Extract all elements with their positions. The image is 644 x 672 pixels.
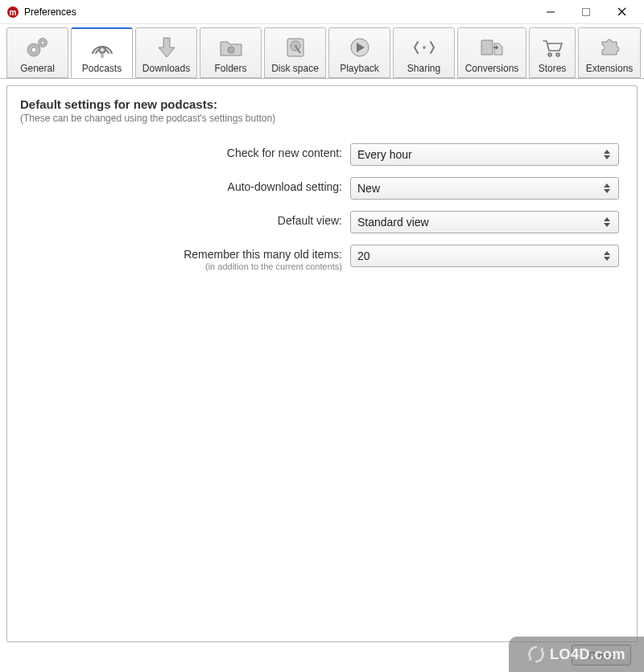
autodownload-value: New [357, 182, 380, 195]
svg-point-9 [41, 41, 44, 44]
autodownload-combo[interactable]: New [350, 177, 619, 200]
minimize-button[interactable] [533, 1, 568, 23]
tab-downloads[interactable]: Downloads [135, 27, 197, 78]
tab-label: Podcasts [82, 63, 122, 74]
remember-items-value: 20 [357, 249, 370, 262]
play-icon [346, 34, 374, 61]
tab-label: Folders [214, 63, 246, 74]
updown-icon [604, 248, 615, 264]
app-icon: m [6, 6, 19, 19]
puzzle-icon [596, 34, 623, 61]
default-view-value: Standard view [357, 216, 429, 229]
tab-stores[interactable]: Stores [529, 27, 576, 78]
hard-drive-icon [282, 34, 309, 61]
remember-items-hint: (in addition to the current contents) [20, 262, 342, 271]
default-view-combo[interactable]: Standard view [350, 211, 619, 233]
svg-point-20 [423, 46, 426, 49]
remember-items-spinner[interactable]: 20 [350, 245, 619, 267]
tab-folders[interactable]: Folders [200, 27, 262, 78]
tab-label: Stores [539, 63, 567, 74]
svg-point-23 [556, 53, 559, 56]
tab-diskspace[interactable]: Disk space [264, 27, 326, 78]
svg-point-14 [229, 48, 232, 51]
podcast-icon [89, 34, 116, 61]
sharing-icon [411, 34, 438, 61]
check-content-value: Every hour [357, 148, 412, 161]
check-content-label: Check for new content: [227, 146, 342, 159]
cart-icon [539, 34, 566, 61]
tab-label: Disk space [271, 63, 319, 74]
dialog-footer: Close [0, 638, 644, 672]
svg-rect-21 [481, 40, 493, 55]
window-title: Preferences [24, 6, 76, 18]
updown-icon [604, 180, 615, 196]
tab-panel-podcasts: Default settings for new podcasts: (Thes… [6, 85, 638, 642]
svg-rect-3 [583, 8, 590, 15]
tabs-toolbar: General Podcasts Downloads [0, 24, 644, 79]
svg-rect-12 [101, 53, 103, 58]
tab-general[interactable]: General [6, 27, 68, 78]
tab-playback[interactable]: Playback [328, 27, 390, 78]
remember-items-label: Remember this many old items: [184, 248, 342, 261]
close-button-label: Close [588, 649, 614, 662]
tab-label: Downloads [142, 63, 190, 74]
svg-point-22 [548, 53, 551, 56]
tab-label: Extensions [586, 63, 634, 74]
updown-icon [604, 146, 615, 163]
svg-text:m: m [10, 7, 17, 16]
svg-point-11 [101, 49, 103, 52]
section-heading: Default settings for new podcasts: [20, 97, 624, 111]
tab-conversions[interactable]: Conversions [457, 27, 526, 78]
tab-label: Sharing [407, 63, 440, 74]
close-button[interactable]: Close [572, 645, 631, 666]
default-view-label: Default view: [278, 214, 342, 227]
tab-label: Conversions [465, 63, 519, 74]
tab-sharing[interactable]: Sharing [393, 27, 455, 78]
gears-icon [24, 34, 52, 61]
close-window-button[interactable] [604, 1, 639, 23]
download-icon [153, 34, 180, 61]
section-subheading: (These can be changed using the podcast'… [20, 113, 624, 124]
folder-gear-icon [217, 34, 245, 61]
conversions-icon [478, 34, 506, 61]
tab-label: General [20, 63, 55, 74]
check-content-combo[interactable]: Every hour [350, 143, 619, 166]
tab-podcasts[interactable]: Podcasts [71, 27, 133, 78]
titlebar: m Preferences [0, 0, 644, 24]
updown-icon [604, 214, 615, 230]
tab-label: Playback [340, 63, 379, 74]
autodownload-label: Auto-download setting: [228, 180, 342, 193]
maximize-button[interactable] [568, 1, 604, 23]
svg-point-7 [31, 47, 36, 52]
tab-extensions[interactable]: Extensions [578, 27, 641, 78]
